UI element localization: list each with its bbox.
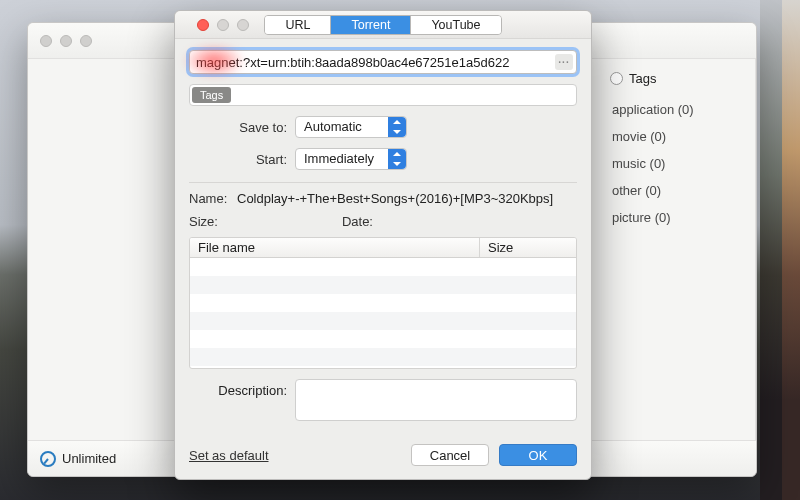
name-value: Coldplay+-+The+Best+Songs+(2016)+[MP3~32… — [237, 191, 553, 206]
stepper-icon — [388, 149, 406, 169]
table-row — [190, 330, 576, 348]
speed-gauge-icon[interactable] — [40, 451, 56, 467]
zoom-icon — [237, 19, 249, 31]
save-to-value: Automatic — [304, 119, 362, 134]
tags-heading-label: Tags — [629, 71, 656, 86]
tag-item-movie[interactable]: movie (0) — [610, 123, 741, 150]
close-icon[interactable] — [40, 35, 52, 47]
close-icon[interactable] — [197, 19, 209, 31]
highlight-glow — [183, 44, 245, 78]
tags-sidebar: Tags application (0) movie (0) music (0)… — [596, 59, 756, 440]
stepper-icon — [388, 117, 406, 137]
tags-heading[interactable]: Tags — [610, 71, 741, 86]
tab-youtube[interactable]: YouTube — [411, 16, 500, 34]
name-label: Name: — [189, 191, 237, 206]
col-size[interactable]: Size — [480, 238, 576, 257]
tab-url[interactable]: URL — [265, 16, 331, 34]
url-more-button[interactable]: ··· — [555, 54, 573, 70]
cancel-button[interactable]: Cancel — [411, 444, 489, 466]
zoom-icon[interactable] — [80, 35, 92, 47]
size-label: Size: — [189, 214, 218, 229]
tag-item-application[interactable]: application (0) — [610, 96, 741, 123]
tag-item-music[interactable]: music (0) — [610, 150, 741, 177]
divider — [189, 182, 577, 183]
description-label: Description: — [189, 379, 295, 421]
radio-icon — [610, 72, 623, 85]
minimize-icon[interactable] — [60, 35, 72, 47]
save-to-select[interactable]: Automatic — [295, 116, 407, 138]
col-filename[interactable]: File name — [190, 238, 480, 257]
magnet-url-input[interactable] — [189, 50, 577, 74]
start-select[interactable]: Immediately — [295, 148, 407, 170]
tags-input[interactable] — [189, 84, 577, 106]
table-row — [190, 276, 576, 294]
ok-button[interactable]: OK — [499, 444, 577, 466]
files-table: File name Size — [189, 237, 577, 369]
tags-badge[interactable]: Tags — [192, 87, 231, 103]
table-row — [190, 312, 576, 330]
speed-label[interactable]: Unlimited — [62, 451, 116, 466]
set-default-link[interactable]: Set as default — [189, 448, 269, 463]
dialog-titlebar: URL Torrent YouTube — [175, 11, 591, 39]
minimize-icon — [217, 19, 229, 31]
description-input[interactable] — [295, 379, 577, 421]
files-table-body — [190, 258, 576, 366]
add-download-dialog: URL Torrent YouTube ··· Tags Save to: Au… — [174, 10, 592, 480]
tag-item-picture[interactable]: picture (0) — [610, 204, 741, 231]
save-to-label: Save to: — [189, 120, 295, 135]
start-label: Start: — [189, 152, 295, 167]
source-tabs: URL Torrent YouTube — [264, 15, 501, 35]
date-label: Date: — [342, 214, 373, 229]
tab-torrent[interactable]: Torrent — [331, 16, 411, 34]
table-row — [190, 348, 576, 366]
main-window-controls — [40, 35, 92, 47]
tag-item-other[interactable]: other (0) — [610, 177, 741, 204]
start-value: Immediately — [304, 151, 374, 166]
table-row — [190, 258, 576, 276]
table-row — [190, 294, 576, 312]
